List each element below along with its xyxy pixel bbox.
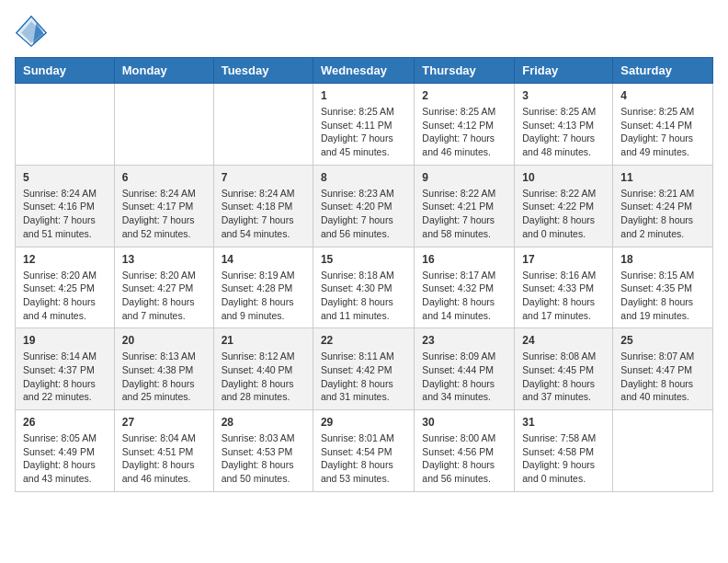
logo <box>15 15 51 48</box>
day-info: Sunrise: 8:24 AM Sunset: 4:17 PM Dayligh… <box>122 187 206 241</box>
day-info: Sunrise: 8:23 AM Sunset: 4:20 PM Dayligh… <box>321 187 406 241</box>
calendar-cell: 7Sunrise: 8:24 AM Sunset: 4:18 PM Daylig… <box>213 165 313 247</box>
day-number: 6 <box>122 171 206 184</box>
day-number: 12 <box>23 253 107 266</box>
calendar-cell: 13Sunrise: 8:20 AM Sunset: 4:27 PM Dayli… <box>114 247 213 328</box>
calendar-cell <box>114 84 213 166</box>
day-number: 20 <box>122 334 206 347</box>
weekday-header-saturday: Saturday <box>613 58 713 84</box>
calendar-cell: 5Sunrise: 8:24 AM Sunset: 4:16 PM Daylig… <box>16 165 115 247</box>
day-number: 24 <box>522 334 605 347</box>
calendar-cell: 2Sunrise: 8:25 AM Sunset: 4:12 PM Daylig… <box>415 84 515 166</box>
day-info: Sunrise: 8:21 AM Sunset: 4:24 PM Dayligh… <box>620 187 705 241</box>
calendar-cell: 29Sunrise: 8:01 AM Sunset: 4:54 PM Dayli… <box>313 410 414 492</box>
day-info: Sunrise: 8:16 AM Sunset: 4:33 PM Dayligh… <box>522 269 605 323</box>
day-number: 21 <box>222 334 305 347</box>
weekday-header-wednesday: Wednesday <box>313 58 414 84</box>
calendar-cell: 8Sunrise: 8:23 AM Sunset: 4:20 PM Daylig… <box>313 165 414 247</box>
day-info: Sunrise: 8:13 AM Sunset: 4:38 PM Dayligh… <box>122 350 206 404</box>
calendar-cell: 23Sunrise: 8:09 AM Sunset: 4:44 PM Dayli… <box>415 328 515 410</box>
day-number: 29 <box>321 416 406 429</box>
calendar-cell: 9Sunrise: 8:22 AM Sunset: 4:21 PM Daylig… <box>415 165 515 247</box>
calendar-week-row: 12Sunrise: 8:20 AM Sunset: 4:25 PM Dayli… <box>16 247 713 328</box>
day-info: Sunrise: 8:17 AM Sunset: 4:32 PM Dayligh… <box>422 269 506 323</box>
day-number: 27 <box>122 416 206 429</box>
calendar-cell: 22Sunrise: 8:11 AM Sunset: 4:42 PM Dayli… <box>313 328 414 410</box>
weekday-header-monday: Monday <box>114 58 213 84</box>
calendar-table: SundayMondayTuesdayWednesdayThursdayFrid… <box>15 57 713 492</box>
logo-icon <box>15 15 48 48</box>
calendar-cell: 18Sunrise: 8:15 AM Sunset: 4:35 PM Dayli… <box>613 247 713 328</box>
day-info: Sunrise: 8:14 AM Sunset: 4:37 PM Dayligh… <box>23 350 107 404</box>
weekday-header-tuesday: Tuesday <box>213 58 313 84</box>
day-number: 8 <box>321 171 406 184</box>
calendar-cell: 20Sunrise: 8:13 AM Sunset: 4:38 PM Dayli… <box>114 328 213 410</box>
day-number: 3 <box>522 89 605 102</box>
day-info: Sunrise: 8:08 AM Sunset: 4:45 PM Dayligh… <box>522 350 605 404</box>
page-header <box>15 15 713 48</box>
day-info: Sunrise: 8:12 AM Sunset: 4:40 PM Dayligh… <box>222 350 305 404</box>
calendar-cell: 1Sunrise: 8:25 AM Sunset: 4:11 PM Daylig… <box>313 84 414 166</box>
day-info: Sunrise: 8:24 AM Sunset: 4:18 PM Dayligh… <box>222 187 305 241</box>
day-info: Sunrise: 8:25 AM Sunset: 4:13 PM Dayligh… <box>522 105 605 159</box>
day-info: Sunrise: 8:05 AM Sunset: 4:49 PM Dayligh… <box>23 431 107 486</box>
calendar-cell: 21Sunrise: 8:12 AM Sunset: 4:40 PM Dayli… <box>213 328 313 410</box>
day-info: Sunrise: 7:58 AM Sunset: 4:58 PM Dayligh… <box>522 431 605 486</box>
calendar-week-row: 26Sunrise: 8:05 AM Sunset: 4:49 PM Dayli… <box>16 410 713 492</box>
day-number: 17 <box>522 253 605 266</box>
day-number: 4 <box>620 89 705 102</box>
calendar-cell: 3Sunrise: 8:25 AM Sunset: 4:13 PM Daylig… <box>515 84 613 166</box>
day-number: 14 <box>222 253 305 266</box>
calendar-cell <box>16 84 115 166</box>
day-number: 25 <box>620 334 705 347</box>
day-info: Sunrise: 8:07 AM Sunset: 4:47 PM Dayligh… <box>620 350 705 404</box>
day-number: 5 <box>23 171 107 184</box>
calendar-cell <box>613 410 713 492</box>
weekday-header-sunday: Sunday <box>16 58 115 84</box>
day-info: Sunrise: 8:25 AM Sunset: 4:14 PM Dayligh… <box>620 105 705 159</box>
calendar-week-row: 5Sunrise: 8:24 AM Sunset: 4:16 PM Daylig… <box>16 165 713 247</box>
day-number: 18 <box>620 253 705 266</box>
day-info: Sunrise: 8:19 AM Sunset: 4:28 PM Dayligh… <box>222 269 305 323</box>
day-number: 15 <box>321 253 406 266</box>
day-info: Sunrise: 8:11 AM Sunset: 4:42 PM Dayligh… <box>321 350 406 404</box>
day-number: 2 <box>422 89 506 102</box>
day-info: Sunrise: 8:24 AM Sunset: 4:16 PM Dayligh… <box>23 187 107 241</box>
calendar-week-row: 19Sunrise: 8:14 AM Sunset: 4:37 PM Dayli… <box>16 328 713 410</box>
calendar-cell: 26Sunrise: 8:05 AM Sunset: 4:49 PM Dayli… <box>16 410 115 492</box>
day-number: 26 <box>23 416 107 429</box>
calendar-cell: 24Sunrise: 8:08 AM Sunset: 4:45 PM Dayli… <box>515 328 613 410</box>
day-info: Sunrise: 8:22 AM Sunset: 4:22 PM Dayligh… <box>522 187 605 241</box>
calendar-cell: 28Sunrise: 8:03 AM Sunset: 4:53 PM Dayli… <box>213 410 313 492</box>
day-number: 13 <box>122 253 206 266</box>
calendar-cell: 4Sunrise: 8:25 AM Sunset: 4:14 PM Daylig… <box>613 84 713 166</box>
weekday-header-row: SundayMondayTuesdayWednesdayThursdayFrid… <box>16 58 713 84</box>
calendar-cell: 19Sunrise: 8:14 AM Sunset: 4:37 PM Dayli… <box>16 328 115 410</box>
day-info: Sunrise: 8:15 AM Sunset: 4:35 PM Dayligh… <box>620 269 705 323</box>
day-info: Sunrise: 8:20 AM Sunset: 4:27 PM Dayligh… <box>122 269 206 323</box>
day-number: 19 <box>23 334 107 347</box>
day-info: Sunrise: 8:00 AM Sunset: 4:56 PM Dayligh… <box>422 431 506 486</box>
calendar-cell: 10Sunrise: 8:22 AM Sunset: 4:22 PM Dayli… <box>515 165 613 247</box>
day-info: Sunrise: 8:22 AM Sunset: 4:21 PM Dayligh… <box>422 187 506 241</box>
day-info: Sunrise: 8:03 AM Sunset: 4:53 PM Dayligh… <box>222 431 305 486</box>
calendar-cell: 12Sunrise: 8:20 AM Sunset: 4:25 PM Dayli… <box>16 247 115 328</box>
calendar-cell: 11Sunrise: 8:21 AM Sunset: 4:24 PM Dayli… <box>613 165 713 247</box>
calendar-cell <box>213 84 313 166</box>
day-info: Sunrise: 8:18 AM Sunset: 4:30 PM Dayligh… <box>321 269 406 323</box>
day-number: 11 <box>620 171 705 184</box>
day-info: Sunrise: 8:04 AM Sunset: 4:51 PM Dayligh… <box>122 431 206 486</box>
calendar-week-row: 1Sunrise: 8:25 AM Sunset: 4:11 PM Daylig… <box>16 84 713 166</box>
day-number: 28 <box>222 416 305 429</box>
calendar-cell: 15Sunrise: 8:18 AM Sunset: 4:30 PM Dayli… <box>313 247 414 328</box>
day-number: 23 <box>422 334 506 347</box>
calendar-cell: 14Sunrise: 8:19 AM Sunset: 4:28 PM Dayli… <box>213 247 313 328</box>
day-number: 16 <box>422 253 506 266</box>
day-number: 1 <box>321 89 406 102</box>
day-number: 9 <box>422 171 506 184</box>
day-number: 30 <box>422 416 506 429</box>
calendar-cell: 30Sunrise: 8:00 AM Sunset: 4:56 PM Dayli… <box>415 410 515 492</box>
day-info: Sunrise: 8:25 AM Sunset: 4:11 PM Dayligh… <box>321 105 406 159</box>
day-info: Sunrise: 8:01 AM Sunset: 4:54 PM Dayligh… <box>321 431 406 486</box>
calendar-cell: 27Sunrise: 8:04 AM Sunset: 4:51 PM Dayli… <box>114 410 213 492</box>
